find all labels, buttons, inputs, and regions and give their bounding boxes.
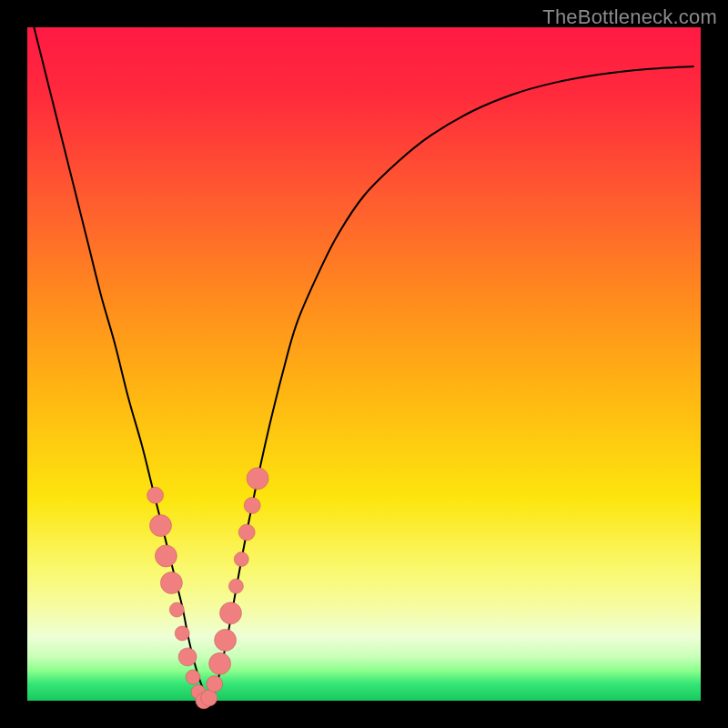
marker-group xyxy=(147,468,269,709)
curve-marker xyxy=(207,676,223,693)
watermark-text: TheBottleneck.com xyxy=(542,5,717,29)
chart-svg xyxy=(27,27,701,701)
curve-marker xyxy=(150,515,172,537)
curve-marker xyxy=(155,545,177,567)
curve-marker xyxy=(234,552,248,567)
curve-marker xyxy=(238,524,255,541)
curve-marker xyxy=(147,487,164,503)
curve-marker xyxy=(244,497,260,513)
curve-marker xyxy=(175,626,189,641)
curve-marker xyxy=(228,579,243,593)
curve-marker xyxy=(169,602,184,617)
curve-marker xyxy=(178,648,197,666)
curve-marker xyxy=(160,572,182,594)
chart-frame: TheBottleneck.com xyxy=(0,0,728,728)
curve-marker xyxy=(215,629,237,651)
curve-marker xyxy=(209,652,231,674)
curve-marker xyxy=(220,602,242,624)
bottleneck-curve xyxy=(34,27,693,701)
curve-marker xyxy=(247,468,268,490)
curve-marker xyxy=(186,670,200,684)
